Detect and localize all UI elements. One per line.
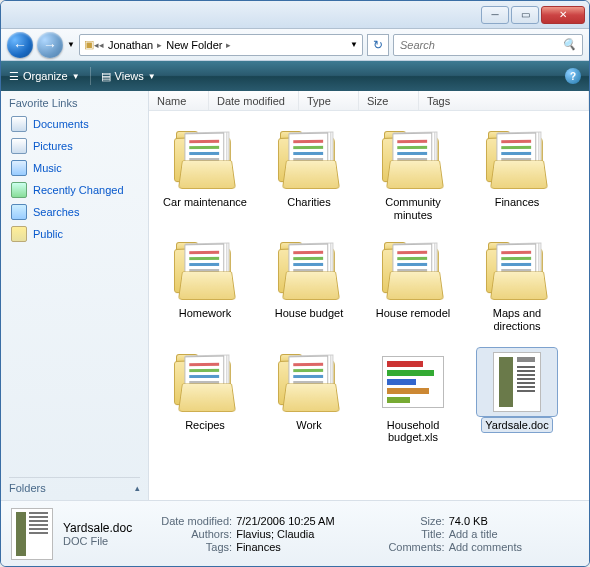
refresh-button[interactable]: ↻ xyxy=(367,34,389,56)
file-item[interactable]: Yardsale.doc xyxy=(467,348,567,445)
file-label: Charities xyxy=(284,195,333,210)
file-item[interactable]: Car maintenance xyxy=(155,125,255,222)
breadcrumb[interactable]: ▣ ◂◂ Jonathan ▸ New Folder ▸ ▼ xyxy=(79,34,363,56)
views-icon: ▤ xyxy=(101,70,111,83)
details-thumbnail xyxy=(11,508,53,560)
nav-bar: ← → ▼ ▣ ◂◂ Jonathan ▸ New Folder ▸ ▼ ↻ 🔍 xyxy=(1,29,589,61)
details-authors-value[interactable]: Flavius; Claudia xyxy=(236,528,314,540)
favorite-links-heading: Favorite Links xyxy=(9,97,140,109)
details-tags-value[interactable]: Finances xyxy=(236,541,281,553)
file-label: Homework xyxy=(176,306,235,321)
help-button[interactable]: ? xyxy=(565,68,581,84)
chevron-right-icon: ◂◂ xyxy=(94,40,104,50)
file-item[interactable]: Charities xyxy=(259,125,359,222)
separator xyxy=(90,67,91,85)
details-size-label: Size: xyxy=(363,515,445,527)
sidebar-item-pictures[interactable]: Pictures xyxy=(9,135,140,157)
folder-icon xyxy=(269,236,349,304)
folder-icon xyxy=(165,125,245,193)
chevron-right-icon: ▸ xyxy=(226,40,231,50)
folder-icon xyxy=(269,125,349,193)
sidebar-item-label: Public xyxy=(33,228,63,240)
details-title-value[interactable]: Add a title xyxy=(449,528,498,540)
organize-label: Organize xyxy=(23,70,68,82)
sidebar-item-label: Searches xyxy=(33,206,79,218)
folder-icon xyxy=(269,348,349,416)
details-date-label: Date modified: xyxy=(150,515,232,527)
sidebar-item-label: Pictures xyxy=(33,140,73,152)
column-tags[interactable]: Tags xyxy=(419,91,589,110)
file-item[interactable]: Homework xyxy=(155,236,255,333)
details-comments-label: Comments: xyxy=(363,541,445,553)
items-view[interactable]: Car maintenanceCharitiesCommunity minute… xyxy=(149,111,589,500)
details-pane: Yardsale.doc DOC File Date modified:7/21… xyxy=(1,500,589,566)
forward-button[interactable]: → xyxy=(37,32,63,58)
column-type[interactable]: Type xyxy=(299,91,359,110)
back-button[interactable]: ← xyxy=(7,32,33,58)
file-item[interactable]: House remodel xyxy=(363,236,463,333)
file-item[interactable]: Household budget.xls xyxy=(363,348,463,445)
column-size[interactable]: Size xyxy=(359,91,419,110)
sidebar-item-searches[interactable]: Searches xyxy=(9,201,140,223)
command-bar: ☰ Organize ▼ ▤ Views ▼ ? xyxy=(1,61,589,91)
explorer-window: ─ ▭ ✕ ← → ▼ ▣ ◂◂ Jonathan ▸ New Folder ▸… xyxy=(0,0,590,567)
file-label: Yardsale.doc xyxy=(482,418,551,433)
sidebar-item-music[interactable]: Music xyxy=(9,157,140,179)
folder-icon xyxy=(373,125,453,193)
breadcrumb-seg-1[interactable]: Jonathan xyxy=(104,39,157,51)
column-date-modified[interactable]: Date modified xyxy=(209,91,299,110)
file-item[interactable]: House budget xyxy=(259,236,359,333)
file-label: Work xyxy=(293,418,324,433)
details-name-block: Yardsale.doc DOC File xyxy=(63,521,132,547)
file-label: Recipes xyxy=(182,418,228,433)
file-item[interactable]: Finances xyxy=(467,125,567,222)
document-icon xyxy=(477,348,557,416)
spreadsheet-icon xyxy=(373,348,453,416)
folder-icon xyxy=(373,236,453,304)
sidebar: Favorite Links Documents Pictures Music … xyxy=(1,91,149,500)
history-dropdown[interactable]: ▼ xyxy=(67,40,75,49)
details-comments-value[interactable]: Add comments xyxy=(449,541,522,553)
public-icon xyxy=(11,226,27,242)
breadcrumb-dropdown[interactable]: ▼ xyxy=(350,40,358,49)
details-authors-label: Authors: xyxy=(150,528,232,540)
sidebar-item-recently-changed[interactable]: Recently Changed xyxy=(9,179,140,201)
help-icon: ? xyxy=(570,71,576,82)
sidebar-item-documents[interactable]: Documents xyxy=(9,113,140,135)
chevron-down-icon: ▼ xyxy=(72,72,80,81)
recent-icon xyxy=(11,182,27,198)
folder-icon: ▣ xyxy=(84,38,94,51)
refresh-icon: ↻ xyxy=(373,38,383,52)
sidebar-item-label: Documents xyxy=(33,118,89,130)
organize-button[interactable]: ☰ Organize ▼ xyxy=(9,70,80,83)
titlebar: ─ ▭ ✕ xyxy=(1,1,589,29)
file-item[interactable]: Recipes xyxy=(155,348,255,445)
folders-heading[interactable]: Folders ▴ xyxy=(9,477,140,494)
chevron-up-icon: ▴ xyxy=(135,483,140,493)
search-input[interactable] xyxy=(400,39,556,51)
arrow-right-icon: → xyxy=(43,37,57,53)
file-item[interactable]: Maps and directions xyxy=(467,236,567,333)
file-label: Community minutes xyxy=(366,195,460,222)
chevron-down-icon: ▼ xyxy=(148,72,156,81)
organize-icon: ☰ xyxy=(9,70,19,83)
file-label: Household budget.xls xyxy=(366,418,460,445)
file-label: Finances xyxy=(492,195,543,210)
views-button[interactable]: ▤ Views ▼ xyxy=(101,70,156,83)
file-label: House budget xyxy=(272,306,347,321)
file-item[interactable]: Community minutes xyxy=(363,125,463,222)
file-item[interactable]: Work xyxy=(259,348,359,445)
search-box[interactable]: 🔍 xyxy=(393,34,583,56)
file-label: House remodel xyxy=(373,306,454,321)
breadcrumb-seg-2[interactable]: New Folder xyxy=(162,39,226,51)
close-button[interactable]: ✕ xyxy=(541,6,585,24)
sidebar-item-public[interactable]: Public xyxy=(9,223,140,245)
sidebar-item-label: Music xyxy=(33,162,62,174)
details-grid: Date modified:7/21/2006 10:25 AM Size:74… xyxy=(150,515,522,553)
maximize-button[interactable]: ▭ xyxy=(511,6,539,24)
minimize-button[interactable]: ─ xyxy=(481,6,509,24)
pictures-icon xyxy=(11,138,27,154)
search-folder-icon xyxy=(11,204,27,220)
column-name[interactable]: Name xyxy=(149,91,209,110)
main-pane: Name Date modified Type Size Tags Car ma… xyxy=(149,91,589,500)
